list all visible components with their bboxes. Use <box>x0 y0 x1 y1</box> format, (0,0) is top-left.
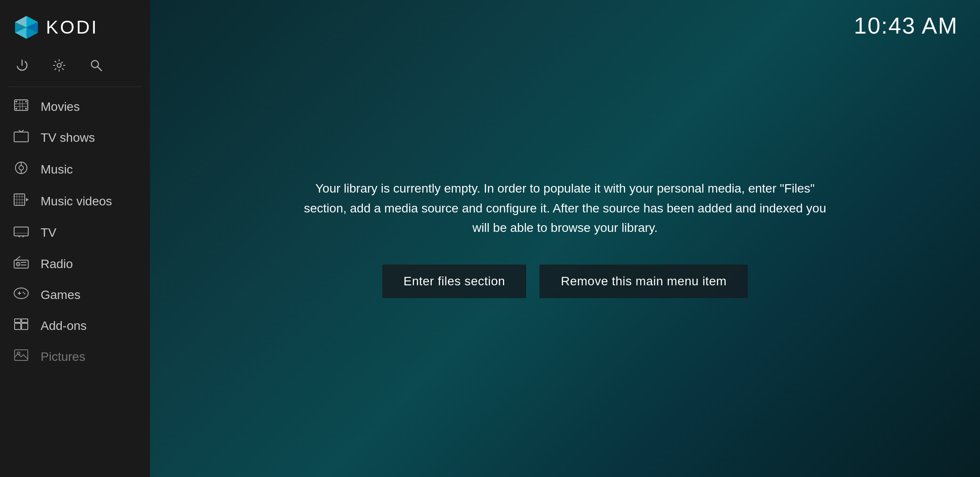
svg-point-51 <box>23 292 24 293</box>
settings-button[interactable] <box>50 57 68 74</box>
svg-point-27 <box>19 166 23 170</box>
sidebar-item-radio[interactable]: Radio <box>0 248 150 280</box>
svg-rect-54 <box>22 323 28 329</box>
app-title: KODI <box>46 17 98 38</box>
svg-line-11 <box>98 67 102 71</box>
svg-rect-53 <box>15 323 21 329</box>
games-label: Games <box>41 288 80 302</box>
empty-library-message: Your library is currently empty. In orde… <box>300 179 830 238</box>
main-content: 10:43 AM Your library is currently empty… <box>150 0 980 477</box>
svg-rect-21 <box>14 132 28 142</box>
remove-menu-item-button[interactable]: Remove this main menu item <box>539 265 748 298</box>
svg-rect-17 <box>19 100 20 110</box>
add-ons-label: Add-ons <box>41 319 87 333</box>
action-buttons: Enter files section Remove this main men… <box>382 265 748 298</box>
sidebar-divider <box>9 87 141 87</box>
clock: 10:43 AM <box>854 12 958 39</box>
add-ons-icon <box>13 318 29 333</box>
music-label: Music <box>41 163 73 177</box>
tv-shows-icon <box>13 130 29 145</box>
music-videos-icon <box>13 193 29 209</box>
svg-rect-56 <box>22 319 28 322</box>
music-videos-label: Music videos <box>41 194 112 208</box>
tv-icon <box>13 225 29 240</box>
svg-point-9 <box>57 64 61 68</box>
svg-point-16 <box>25 108 27 110</box>
sidebar-item-pictures[interactable]: Pictures <box>0 341 150 372</box>
svg-point-15 <box>25 101 27 102</box>
sidebar-item-tv-shows[interactable]: TV shows <box>0 122 150 153</box>
enter-files-section-button[interactable]: Enter files section <box>382 265 527 298</box>
svg-point-45 <box>18 264 19 265</box>
svg-rect-20 <box>15 106 28 107</box>
svg-rect-19 <box>15 103 28 104</box>
pictures-icon <box>13 349 29 364</box>
tv-shows-label: TV shows <box>41 131 95 145</box>
sidebar-item-movies[interactable]: Movies <box>0 91 150 122</box>
svg-rect-18 <box>22 100 23 110</box>
svg-marker-37 <box>26 198 29 201</box>
tv-label: TV <box>41 226 57 240</box>
sidebar-nav: Movies TV shows <box>0 91 150 372</box>
sidebar-item-tv[interactable]: TV <box>0 217 150 248</box>
app-header: KODI <box>0 0 150 53</box>
sidebar: KODI <box>0 0 150 477</box>
svg-point-10 <box>91 61 98 68</box>
pictures-label: Pictures <box>41 350 85 364</box>
svg-rect-38 <box>14 227 28 236</box>
games-icon <box>13 288 29 302</box>
sidebar-item-music-videos[interactable]: Music videos <box>0 186 150 217</box>
search-button[interactable] <box>87 57 105 74</box>
sidebar-item-games[interactable]: Games <box>0 280 150 310</box>
svg-rect-55 <box>15 319 21 322</box>
svg-point-13 <box>15 101 17 102</box>
svg-point-52 <box>24 293 26 295</box>
movies-icon <box>13 99 29 114</box>
center-area: Your library is currently empty. In orde… <box>150 0 980 477</box>
svg-point-14 <box>15 108 17 110</box>
radio-icon <box>13 256 29 272</box>
power-button[interactable] <box>13 57 31 74</box>
sidebar-item-music[interactable]: Music <box>0 153 150 186</box>
music-icon <box>13 161 29 178</box>
sidebar-top-icons <box>0 53 150 87</box>
svg-line-43 <box>15 257 20 260</box>
radio-label: Radio <box>41 257 73 271</box>
kodi-logo-icon <box>13 14 40 41</box>
sidebar-item-add-ons[interactable]: Add-ons <box>0 310 150 341</box>
movies-label: Movies <box>41 100 80 114</box>
